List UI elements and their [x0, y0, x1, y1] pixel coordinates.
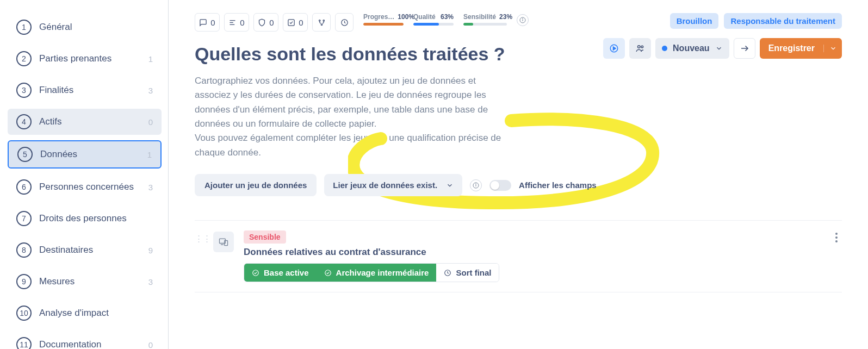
retention-chips: Base active Archivage intermédiaire Sort…	[244, 263, 499, 282]
chip-archivage[interactable]: Archivage intermédiaire	[317, 264, 437, 282]
shield-pill[interactable]: 0	[253, 13, 278, 32]
step-number: 2	[16, 51, 32, 66]
pill-count: 0	[240, 18, 244, 27]
chevron-down-icon	[446, 182, 454, 189]
step-number: 10	[16, 306, 32, 321]
sidebar-item-parties[interactable]: 2 Parties prenantes 1	[8, 46, 162, 72]
chip-sort-final[interactable]: Sort final	[436, 264, 499, 282]
clock-icon	[444, 269, 451, 277]
svg-point-4	[319, 20, 320, 21]
svg-point-22	[253, 270, 259, 276]
next-button[interactable]	[734, 38, 755, 59]
arrow-right-icon	[740, 43, 749, 53]
step-number: 4	[16, 114, 32, 129]
sidebar-item-documentation[interactable]: 11 Documentation 0	[8, 332, 162, 349]
tasks-pill[interactable]: 0	[224, 13, 249, 32]
clock-icon	[340, 18, 349, 27]
pill-count: 0	[210, 18, 215, 27]
history-button[interactable]	[335, 13, 354, 32]
page-description: Cartographiez vos données. Pour cela, aj…	[195, 74, 510, 160]
show-fields-toggle[interactable]	[489, 180, 511, 191]
sidebar-item-count: 1	[148, 54, 153, 64]
meter-quality: Qualité63%	[413, 13, 454, 26]
sidebar-item-finalites[interactable]: 3 Finalités 3	[8, 77, 162, 103]
save-button-dropdown[interactable]	[823, 45, 842, 52]
sidebar-item-droits[interactable]: 7 Droits des personnes	[8, 205, 162, 232]
sidebar-item-label: Analyse d'impact	[39, 308, 145, 319]
sidebar-item-donnees[interactable]: 5 Données 1	[8, 140, 162, 169]
info-icon	[519, 17, 526, 23]
step-number: 3	[16, 83, 32, 98]
card-menu-button[interactable]	[835, 233, 838, 242]
status-dot-icon	[662, 46, 667, 51]
meter-value: 63%	[441, 13, 454, 21]
sidebar-item-label: Personnes concernées	[39, 182, 141, 192]
chip-label: Sort final	[456, 268, 491, 277]
sidebar-item-label: Données	[40, 149, 140, 160]
chip-base-active[interactable]: Base active	[244, 264, 317, 282]
check-circle-icon	[324, 269, 332, 277]
check-pill[interactable]: 0	[283, 13, 308, 32]
role-badge: Responsable du traitement	[724, 13, 842, 29]
link-info-button[interactable]	[470, 179, 482, 191]
sidebar-item-label: Droits des personnes	[39, 213, 145, 224]
svg-point-14	[641, 46, 643, 48]
step-number: 11	[16, 337, 32, 349]
sidebar-item-count: 3	[148, 183, 153, 192]
step-number: 8	[16, 242, 32, 258]
sidebar-item-count: 1	[147, 150, 152, 159]
branch-button[interactable]	[312, 13, 331, 32]
meter-value: 100%	[398, 13, 414, 21]
users-icon	[635, 43, 645, 53]
sidebar-item-mesures[interactable]: 9 Mesures 3	[8, 269, 162, 295]
drag-handle[interactable]: ⋮⋮	[195, 230, 203, 244]
chip-label: Archivage intermédiaire	[336, 268, 429, 277]
link-dataset-label: Lier jeux de données exist.	[333, 180, 437, 190]
pill-count: 0	[269, 18, 274, 27]
sidebar-item-analyse[interactable]: 10 Analyse d'impact	[8, 300, 162, 326]
save-button-label: Enregistrer	[760, 43, 823, 53]
sidebar-item-label: Destinataires	[39, 245, 141, 255]
play-button[interactable]	[603, 38, 625, 59]
users-button[interactable]	[629, 38, 651, 59]
main-content: 0 0 0 0	[169, 0, 868, 349]
step-number: 1	[16, 20, 32, 35]
svg-point-13	[638, 46, 641, 48]
sidebar-item-count: 3	[148, 86, 153, 95]
info-icon	[473, 182, 479, 189]
sidebar-item-label: Documentation	[39, 339, 141, 349]
svg-point-23	[325, 270, 331, 276]
data-actions-row: Ajouter un jeu de données Lier jeux de d…	[195, 174, 842, 196]
sidebar-item-label: Actifs	[39, 116, 141, 127]
sensitive-badge: Sensible	[244, 230, 286, 244]
step-number: 5	[17, 147, 33, 162]
save-button[interactable]: Enregistrer	[760, 38, 842, 59]
sidebar-item-destinataires[interactable]: 8 Destinataires 9	[8, 237, 162, 263]
check-circle-icon	[252, 269, 259, 277]
meters-info-icon[interactable]	[517, 14, 529, 26]
comments-pill[interactable]: 0	[195, 13, 220, 32]
meter-progress: Progres…100%	[363, 13, 404, 26]
shield-icon	[258, 18, 266, 27]
link-dataset-dropdown[interactable]: Lier jeux de données exist.	[324, 174, 462, 196]
dataset-title: Données relatives au contrat d'assurance	[244, 247, 842, 258]
sidebar-item-count: 0	[148, 340, 153, 350]
show-fields-label: Afficher les champs	[519, 180, 597, 190]
progress-meters: Progres…100% Qualité63% Sensibilité23%	[363, 13, 529, 26]
comment-icon	[199, 18, 207, 27]
svg-point-6	[321, 24, 323, 26]
pill-count: 0	[299, 18, 303, 27]
sidebar-item-label: Parties prenantes	[39, 53, 141, 64]
sidebar-item-personnes[interactable]: 6 Personnes concernées 3	[8, 174, 162, 200]
step-number: 6	[16, 179, 32, 195]
status-dropdown[interactable]: Nouveau	[655, 38, 729, 59]
chevron-down-icon	[715, 45, 723, 52]
sidebar-item-count: 0	[148, 117, 153, 127]
sliders-icon	[228, 18, 237, 27]
add-dataset-button[interactable]: Ajouter un jeu de données	[195, 174, 317, 196]
step-number: 7	[16, 211, 32, 226]
svg-point-5	[323, 20, 325, 21]
sidebar-item-actifs[interactable]: 4 Actifs 0	[8, 109, 162, 135]
sidebar-item-general[interactable]: 1 Général	[8, 14, 162, 40]
status-badges: Brouillon Responsable du traitement	[670, 13, 842, 29]
